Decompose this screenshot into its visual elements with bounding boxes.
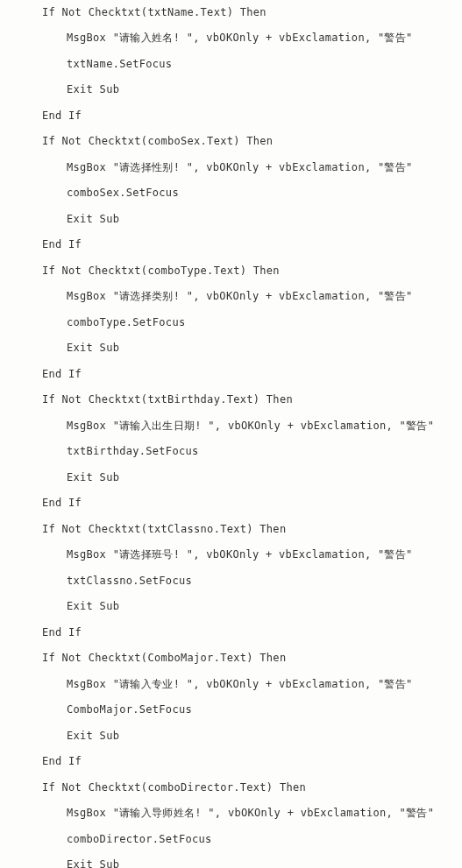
code-line-msgbox: MsgBox "请输入专业! ", vbOKOnly + vbExclamati… [42,677,462,692]
code-line-endif: End If [42,237,462,252]
code-line-setfocus: txtBirthday.SetFocus [42,444,462,459]
code-line-msgbox: MsgBox "请输入出生日期! ", vbOKOnly + vbExclama… [42,419,462,434]
code-line-endif: End If [42,496,462,511]
code-line-msgbox: MsgBox "请输入导师姓名! ", vbOKOnly + vbExclama… [42,806,462,821]
code-line-if: If Not Checktxt(ComboMajor.Text) Then [42,651,462,666]
code-line-msgbox: MsgBox "请选择性别! ", vbOKOnly + vbExclamati… [42,160,462,175]
code-line-setfocus: ComboMajor.SetFocus [42,702,462,717]
code-line-setfocus: txtName.SetFocus [42,57,462,72]
code-line-if: If Not Checktxt(txtBirthday.Text) Then [42,392,462,407]
code-listing: If Not Checktxt(txtName.Text) Then MsgBo… [42,5,462,868]
code-line-setfocus: comboDirector.SetFocus [42,832,462,847]
code-line-msgbox: MsgBox "请选择班号! ", vbOKOnly + vbExclamati… [42,547,462,562]
code-line-msgbox: MsgBox "请输入姓名! ", vbOKOnly + vbExclamati… [42,31,462,46]
code-line-exit: Exit Sub [42,82,462,97]
code-line-setfocus: comboSex.SetFocus [42,186,462,201]
code-line-setfocus: txtClassno.SetFocus [42,574,462,589]
code-line-endif: End If [42,754,462,769]
code-line-endif: End If [42,109,462,123]
code-line-exit: Exit Sub [42,599,462,614]
code-line-endif: End If [42,625,462,640]
code-line-if: If Not Checktxt(comboDirector.Text) Then [42,780,462,795]
code-line-exit: Exit Sub [42,729,462,744]
code-line-setfocus: comboType.SetFocus [42,315,462,330]
code-line-msgbox: MsgBox "请选择类别! ", vbOKOnly + vbExclamati… [42,289,462,304]
code-line-if: If Not Checktxt(txtClassno.Text) Then [42,522,462,537]
code-line-if: If Not Checktxt(comboSex.Text) Then [42,134,462,149]
code-line-exit: Exit Sub [42,857,462,868]
code-line-if: If Not Checktxt(comboType.Text) Then [42,264,462,279]
code-line-exit: Exit Sub [42,341,462,356]
code-line-exit: Exit Sub [42,470,462,485]
code-line-if: If Not Checktxt(txtName.Text) Then [42,5,462,20]
code-line-exit: Exit Sub [42,212,462,227]
code-line-endif: End If [42,367,462,382]
